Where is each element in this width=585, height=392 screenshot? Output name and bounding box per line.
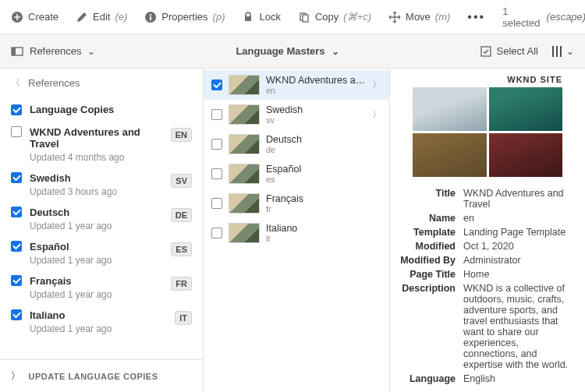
svg-rect-2 [150,16,151,20]
language-copy-item[interactable]: EspañolUpdated 1 year ago ES [0,236,203,270]
checkbox[interactable] [211,109,222,120]
checkbox[interactable] [211,198,222,209]
breadcrumb[interactable]: Language Masters ⌄ [236,45,339,57]
plus-circle-icon [11,11,23,23]
select-all-icon [480,45,492,58]
column-item[interactable]: Deutschde [204,129,389,159]
create-button[interactable]: Create [11,11,58,23]
checkbox[interactable] [11,275,22,286]
checkbox[interactable] [211,79,222,90]
properties-button[interactable]: Properties (p) [144,11,225,23]
pencil-icon [76,11,88,23]
copy-button[interactable]: Copy (⌘+c) [298,11,371,23]
references-dropdown[interactable]: References ⌄ [11,45,95,58]
update-language-copies[interactable]: 〉 UPDATE LANGUAGE COPIES [0,359,203,392]
chevron-down-icon: ⌄ [332,46,339,57]
svg-rect-8 [12,48,16,55]
page-thumb-icon [229,75,260,95]
checkbox[interactable] [11,172,22,183]
checkbox[interactable] [11,207,22,217]
language-badge: SV [171,174,192,188]
page-thumb-icon [229,164,260,184]
secondary-bar: References ⌄ Language Masters ⌄ Select A… [0,34,585,69]
page-thumb-icon [229,134,260,154]
svg-rect-6 [303,15,308,22]
checkbox[interactable] [211,139,222,150]
checkbox[interactable] [211,228,222,238]
checkbox[interactable] [11,309,22,320]
language-badge: IT [175,311,192,325]
copy-icon [298,11,310,23]
language-badge: FR [171,277,192,291]
top-toolbar: Create Edit (e) Properties (p) Lock Copy… [0,0,585,34]
svg-rect-3 [150,14,151,16]
detail-panel: WKND SITE TitleWKND Adventures and Trave… [390,69,585,392]
page-thumb-icon [229,223,260,243]
language-copy-item[interactable]: DeutschUpdated 1 year ago DE [0,202,203,236]
language-copy-item[interactable]: WKND Adventures and TravelUpdated 4 mont… [0,122,203,168]
page-thumb-icon [229,104,260,125]
panel-icon [11,45,23,58]
chevron-down-icon: ⌄ [87,46,95,57]
column-item[interactable]: Españoles [204,159,389,189]
language-copy-item[interactable]: ItalianoUpdated 1 year ago IT [0,305,203,339]
lock-icon [242,11,254,23]
references-header: References [28,77,80,89]
checkbox[interactable] [11,104,22,115]
chevron-right-icon: 〉 [372,108,381,122]
move-icon [388,11,401,23]
move-button[interactable]: Move (m) [388,11,450,23]
chevron-right-icon: 〉 [11,369,21,383]
page-thumb-icon [229,193,260,214]
checkbox[interactable] [11,126,22,137]
language-badge: DE [171,208,192,222]
column-item[interactable]: Françaisfr [204,189,389,218]
language-copy-item[interactable]: FrançaisUpdated 1 year ago FR [0,270,203,305]
column-item[interactable]: WKND Adventures and Travelen 〉 [204,70,389,100]
select-all-button[interactable]: Select All [480,45,538,58]
language-badge: ES [171,242,192,256]
page-thumbnail: WKND SITE [413,75,562,177]
language-badge: EN [171,128,192,142]
lock-button[interactable]: Lock [242,11,280,23]
info-circle-icon [144,11,157,23]
column-item[interactable]: Swedishsv 〉 [204,100,389,129]
column-view: WKND Adventures and Travelen 〉 Swedishsv… [204,69,390,392]
chevron-down-icon: ⌄ [566,46,574,57]
column-item[interactable]: Italianoit [204,218,389,248]
view-switcher[interactable]: ⌄ [552,46,574,57]
chevron-left-icon[interactable]: 〈 [11,76,20,90]
svg-rect-4 [245,16,251,21]
selection-count: 1 selected [502,5,540,29]
references-panel: 〈 References Language Copies WKND Advent… [0,69,204,392]
chevron-right-icon: 〉 [372,79,381,92]
language-copy-item[interactable]: SwedishUpdated 3 hours ago SV [0,168,203,202]
column-view-icon [552,46,562,57]
edit-button[interactable]: Edit (e) [76,11,127,23]
checkbox[interactable] [211,168,222,179]
more-button[interactable]: ••• [467,10,485,24]
checkbox[interactable] [11,241,22,252]
